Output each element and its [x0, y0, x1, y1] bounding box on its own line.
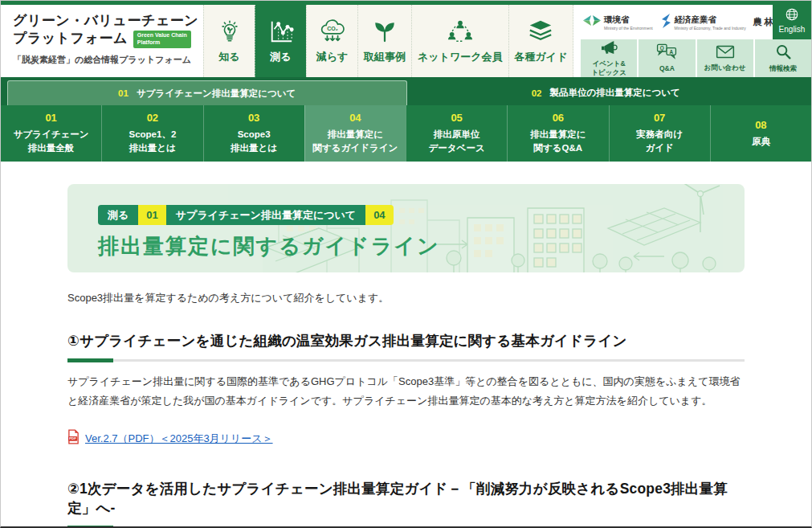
logo-title-line2: プラットフォーム: [13, 30, 128, 47]
nav-item-network-members[interactable]: ネットワーク会員: [411, 5, 508, 77]
main-nav: 知る 測る CO₂ 減らす 取組事例: [203, 5, 573, 77]
logo-title-line1: グリーン・バリューチェーン: [13, 12, 203, 29]
utility-row: イベント& トピックス QA Q&A お問い合わせ: [581, 39, 811, 77]
ministry-economy-link[interactable]: 経済産業省 Ministry of Economy, Trade and Ind…: [660, 14, 746, 31]
globe-icon: [785, 7, 799, 23]
breadcrumb-number-01: 01: [138, 205, 165, 225]
subnav-item-04-guidelines[interactable]: 04 排出量算定に 関するガイドライン: [304, 105, 406, 162]
svg-text:Q: Q: [660, 46, 664, 52]
page-title: 排出量算定に関するガイドライン: [98, 232, 745, 260]
section-primary-data-guide: ②1次データを活用したサプライチェーン排出量算定ガイド－「削減努力が反映されるS…: [67, 479, 745, 528]
sub-nav: 01 サプライチェーン 排出量全般 02 Scope1、2 排出量とは 03 S…: [1, 105, 811, 162]
subnav-item-08-source[interactable]: 08 原典: [710, 105, 811, 162]
pdf-link-ver-2-7[interactable]: Ver.2.7（PDF）＜2025年3月リリース＞: [85, 432, 273, 446]
pdf-icon: PDF: [67, 429, 80, 448]
header-right: 環境省 Ministry of the Environment 経済産業省 Mi…: [581, 5, 811, 77]
svg-text:PDF: PDF: [69, 437, 76, 441]
main-content: 測る 01 サプライチェーン排出量算定について 04 排出量算定に関するガイドラ…: [1, 162, 811, 528]
site-logo[interactable]: グリーン・バリューチェーン プラットフォーム Green Value Chain…: [1, 5, 203, 77]
section-basic-guideline: ①サプライチェーンを通じた組織の温室効果ガス排出量算定に関する基本ガイドライン …: [67, 331, 745, 448]
nav-item-know[interactable]: 知る: [203, 5, 255, 77]
section-heading-2: ②1次データを活用したサプライチェーン排出量算定ガイド－「削減努力が反映されるS…: [67, 479, 745, 518]
search-icon: [775, 43, 791, 63]
search-button[interactable]: 情報検索: [755, 39, 811, 77]
events-topics-button[interactable]: イベント& トピックス: [581, 39, 637, 77]
sprout-icon: [372, 18, 398, 44]
meti-icon: [660, 14, 672, 31]
breadcrumb-number-04: 04: [365, 205, 393, 225]
section-heading-1: ①サプライチェーンを通じた組織の温室効果ガス排出量算定に関する基本ガイドライン: [67, 331, 745, 350]
lightbulb-icon: [218, 18, 242, 44]
nav-item-reduce[interactable]: CO₂ 減らす: [306, 5, 357, 77]
breadcrumb: 測る 01 サプライチェーン排出量算定について 04: [98, 205, 394, 225]
breadcrumb-section: 測る: [98, 205, 138, 225]
co2-cloud-icon: CO₂: [318, 18, 347, 44]
section-divider: [67, 359, 745, 362]
line-chart-icon: [268, 18, 294, 44]
nav-item-guides[interactable]: 各種ガイド: [508, 5, 574, 77]
qa-bubbles-icon: QA: [656, 43, 677, 63]
section-body-1: サプライチェーン排出量に関する国際的基準であるGHGプロトコル「Scope3基準…: [67, 372, 745, 411]
pdf-link-row: PDF Ver.2.7（PDF）＜2025年3月リリース＞: [67, 429, 745, 448]
network-people-icon: [447, 18, 474, 44]
site-header: グリーン・バリューチェーン プラットフォーム Green Value Chain…: [1, 5, 811, 77]
nav-item-measure[interactable]: 測る: [255, 5, 306, 77]
subnav-item-06-qa[interactable]: 06 排出量算定に 関するQ&A: [507, 105, 608, 162]
subnav-item-02-scope12[interactable]: 02 Scope1、2 排出量とは: [101, 105, 202, 162]
subnav-item-05-emission-database[interactable]: 05 排出原単位 データベース: [406, 105, 507, 162]
svg-text:CO₂: CO₂: [327, 26, 338, 31]
tab-supply-chain-calculation[interactable]: 01 サプライチェーン排出量算定について: [7, 80, 407, 105]
browser-page: グリーン・バリューチェーン プラットフォーム Green Value Chain…: [0, 0, 812, 528]
logo-badge: Green Value ChainPlatform: [133, 31, 191, 48]
megaphone-icon: [600, 40, 618, 58]
svg-text:A: A: [670, 49, 674, 55]
english-button[interactable]: English: [773, 1, 811, 39]
logo-subtitle: 「脱炭素経営」の総合情報プラットフォーム: [13, 54, 203, 66]
intro-text: Scope3排出量を算定するための考え方について紹介をしています。: [67, 291, 745, 305]
envelope-icon: [716, 45, 735, 62]
subnav-item-01-supply-chain-general[interactable]: 01 サプライチェーン 排出量全般: [1, 105, 101, 162]
hero-banner: 測る 01 サプライチェーン排出量算定について 04 排出量算定に関するガイドラ…: [67, 184, 745, 272]
breadcrumb-category: サプライチェーン排出量算定について: [166, 205, 365, 225]
moe-icon: [582, 14, 602, 30]
qa-button[interactable]: QA Q&A: [639, 39, 695, 77]
category-tab-bar: 01 サプライチェーン排出量算定について 02 製品単位の排出量算定について: [1, 77, 811, 105]
nav-item-case-studies[interactable]: 取組事例: [357, 5, 411, 77]
subnav-item-03-scope3[interactable]: 03 Scope3 排出量とは: [203, 105, 304, 162]
ministries-row: 環境省 Ministry of the Environment 経済産業省 Mi…: [581, 5, 811, 39]
contact-button[interactable]: お問い合わせ: [697, 39, 753, 77]
tab-product-unit-calculation[interactable]: 02 製品単位の排出量算定について: [407, 80, 806, 105]
stacked-books-icon: [527, 18, 554, 44]
ministry-environment-link[interactable]: 環境省 Ministry of the Environment: [582, 14, 653, 31]
subnav-item-07-practitioner-guide[interactable]: 07 実務者向け ガイド: [609, 105, 710, 162]
